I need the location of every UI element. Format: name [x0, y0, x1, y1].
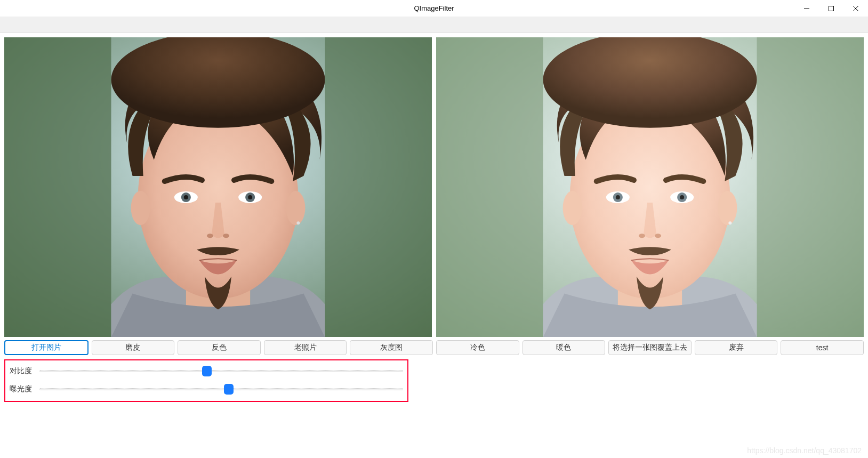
button-label: 磨皮 — [125, 343, 140, 352]
button-label: 灰度图 — [380, 343, 403, 352]
watermark-text: https://blog.csdn.net/qq_43081702 — [747, 446, 862, 455]
button-label: 打开图片 — [31, 343, 61, 352]
filter-button-row: 打开图片 磨皮 反色 老照片 灰度图 冷色 暖色 将选择一张图覆盖上去 废弃 t… — [4, 340, 864, 355]
svg-point-17 — [223, 234, 229, 238]
exposure-label: 曝光度 — [10, 384, 34, 394]
button-label: 老照片 — [294, 343, 317, 352]
minimize-button[interactable] — [794, 0, 819, 17]
contrast-slider[interactable] — [39, 366, 403, 376]
warm-tone-button[interactable]: 暖色 — [523, 340, 606, 355]
image-comparison-row — [4, 37, 864, 337]
button-label: 暖色 — [556, 343, 571, 352]
slider-track — [39, 370, 403, 372]
svg-point-31 — [616, 195, 620, 199]
discard-button[interactable]: 废弃 — [695, 340, 778, 355]
contrast-label: 对比度 — [10, 366, 34, 376]
svg-point-19 — [286, 191, 305, 225]
invert-color-button[interactable]: 反色 — [178, 340, 261, 355]
original-portrait-image — [4, 37, 432, 337]
svg-point-35 — [563, 191, 582, 225]
svg-rect-6 — [325, 37, 432, 337]
window-titlebar: QImageFilter — [0, 0, 868, 17]
svg-point-16 — [207, 234, 213, 238]
svg-point-34 — [655, 234, 661, 238]
svg-point-14 — [184, 195, 188, 199]
maximize-button[interactable] — [819, 0, 843, 17]
grayscale-button[interactable]: 灰度图 — [350, 340, 433, 355]
close-button[interactable] — [843, 0, 868, 17]
contrast-slider-thumb[interactable] — [202, 366, 212, 376]
exposure-slider-thumb[interactable] — [224, 384, 234, 395]
svg-point-15 — [248, 195, 252, 199]
minimize-icon — [804, 6, 809, 11]
svg-point-36 — [718, 191, 737, 225]
button-label: 反色 — [212, 343, 227, 352]
window-controls — [794, 0, 868, 17]
contrast-slider-row: 对比度 — [10, 366, 403, 376]
exposure-slider-row: 曝光度 — [10, 384, 403, 395]
old-photo-button[interactable]: 老照片 — [264, 340, 347, 355]
svg-rect-22 — [436, 37, 543, 337]
main-content: 打开图片 磨皮 反色 老照片 灰度图 冷色 暖色 将选择一张图覆盖上去 废弃 t… — [0, 33, 868, 406]
window-title: QImageFilter — [414, 4, 454, 12]
menu-toolbar-area — [0, 17, 868, 33]
svg-point-37 — [728, 221, 732, 224]
button-label: 废弃 — [729, 343, 744, 352]
open-image-button[interactable]: 打开图片 — [4, 340, 89, 355]
button-label: 将选择一张图覆盖上去 — [613, 343, 687, 352]
close-icon — [853, 6, 858, 11]
filtered-portrait-image — [436, 37, 864, 337]
filtered-image-panel — [436, 37, 864, 337]
svg-rect-1 — [829, 6, 834, 11]
maximize-icon — [829, 6, 834, 11]
svg-rect-5 — [4, 37, 111, 337]
button-label: 冷色 — [470, 343, 485, 352]
svg-rect-23 — [757, 37, 864, 337]
original-image-panel — [4, 37, 432, 337]
slider-track — [39, 388, 403, 390]
cool-tone-button[interactable]: 冷色 — [436, 340, 519, 355]
exposure-slider[interactable] — [39, 384, 403, 395]
button-label: test — [816, 343, 829, 352]
svg-point-18 — [131, 191, 150, 225]
test-button[interactable]: test — [781, 340, 864, 355]
svg-point-33 — [639, 234, 645, 238]
sliders-highlight-box: 对比度 曝光度 — [4, 359, 408, 402]
overlay-image-button[interactable]: 将选择一张图覆盖上去 — [608, 340, 692, 355]
smooth-skin-button[interactable]: 磨皮 — [92, 340, 175, 355]
svg-point-32 — [680, 195, 684, 199]
svg-point-20 — [296, 221, 300, 224]
